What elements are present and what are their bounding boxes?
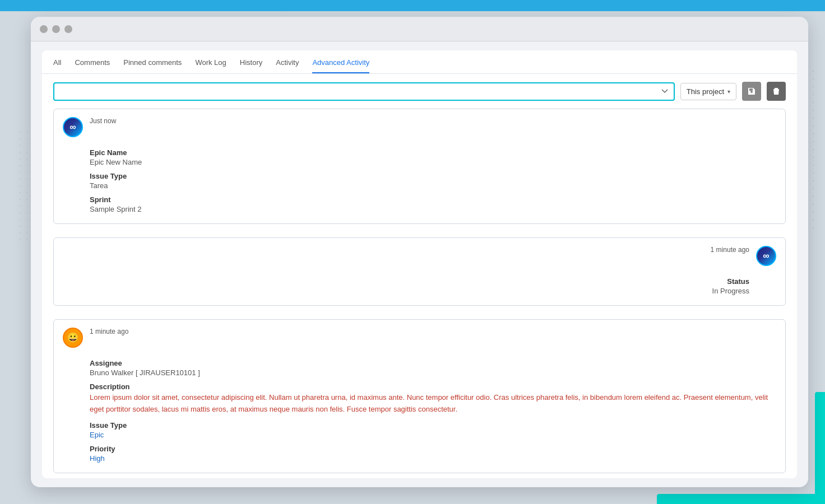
teal-accent-right	[815, 392, 825, 504]
field-label-assignee: Assignee	[90, 359, 776, 367]
activity-entry-1: ∞ Just now Epic Name Epic New Name Issue…	[53, 109, 786, 224]
blue-tab-shape	[109, 0, 289, 11]
field-label-priority: Priority	[90, 445, 776, 453]
traffic-light-close[interactable]	[40, 25, 48, 33]
traffic-light-minimize[interactable]	[52, 25, 60, 33]
field-label-status: Status	[63, 277, 749, 286]
entry-1-header: ∞ Just now	[54, 109, 785, 143]
avatar-1: ∞	[63, 117, 83, 137]
field-label-sprint: Sprint	[90, 195, 776, 204]
field-label-issue-type-3: Issue Type	[90, 421, 776, 430]
chevron-down-icon: ▾	[727, 88, 730, 95]
field-label-description: Description	[90, 382, 776, 391]
entry-3-time: 1 minute ago	[90, 328, 776, 335]
entry-2-time: 1 minute ago	[711, 246, 749, 254]
trash-icon	[772, 87, 780, 96]
entry-1-meta: Just now	[90, 117, 776, 126]
tab-all[interactable]: All	[53, 58, 61, 73]
field-value-assignee: Bruno Walker [ JIRAUSER10101 ]	[90, 368, 776, 377]
avatar-2-icon: ∞	[763, 251, 769, 261]
field-value-priority: High	[90, 454, 776, 463]
entry-1-time: Just now	[90, 117, 776, 125]
toolbar: This project ▾	[42, 74, 797, 109]
field-value-issue-type: Tarea	[90, 181, 776, 190]
entry-3-content: Assignee Bruno Walker [ JIRAUSER10101 ] …	[54, 359, 785, 473]
project-label: This project	[687, 87, 724, 96]
field-value-sprint: Sample Sprint 2	[90, 205, 776, 213]
content-area: All Comments Pinned comments Work Log Hi…	[42, 50, 797, 478]
blue-top-bar	[0, 0, 825, 11]
field-value-issue-type-3: Epic	[90, 431, 776, 439]
avatar-3-icon: 😀	[67, 332, 79, 344]
field-value-description: Lorem ipsum dolor sit amet, consectetur …	[90, 392, 776, 416]
tab-advanced-activity[interactable]: Advanced Activity	[312, 58, 369, 73]
tab-history[interactable]: History	[240, 58, 262, 73]
tab-pinned-comments[interactable]: Pinned comments	[123, 58, 182, 73]
main-window: All Comments Pinned comments Work Log Hi…	[31, 17, 808, 487]
delete-button[interactable]	[767, 82, 786, 101]
save-icon	[747, 87, 756, 96]
activity-entry-2: 1 minute ago ∞ Status In Progress	[53, 237, 786, 306]
field-label-issue-type: Issue Type	[90, 172, 776, 180]
filter-select[interactable]	[53, 82, 675, 101]
activity-entry-3: 😀 1 minute ago Assignee Bruno Walker [ J…	[53, 319, 786, 473]
avatar-3: 😀	[63, 328, 83, 348]
tab-comments[interactable]: Comments	[75, 58, 110, 73]
window-chrome	[31, 17, 808, 41]
entry-2-meta: 1 minute ago	[711, 246, 749, 255]
tab-activity[interactable]: Activity	[276, 58, 299, 73]
entry-3-meta: 1 minute ago	[90, 328, 776, 337]
save-button[interactable]	[742, 82, 761, 101]
entry-2-content: Status In Progress	[54, 277, 785, 305]
activity-list: ∞ Just now Epic Name Epic New Name Issue…	[42, 109, 797, 478]
entry-3-header: 😀 1 minute ago	[54, 320, 785, 353]
tab-bar: All Comments Pinned comments Work Log Hi…	[42, 50, 797, 74]
traffic-light-fullscreen[interactable]	[64, 25, 72, 33]
avatar-1-icon: ∞	[69, 122, 76, 132]
field-label-epic-name: Epic Name	[90, 148, 776, 157]
field-value-status: In Progress	[63, 287, 749, 295]
project-filter[interactable]: This project ▾	[680, 83, 736, 100]
entry-1-content: Epic Name Epic New Name Issue Type Tarea…	[54, 148, 785, 223]
entry-2-header: 1 minute ago ∞	[54, 238, 785, 272]
avatar-2: ∞	[756, 246, 776, 266]
teal-accent-bottom	[657, 494, 825, 504]
field-value-epic-name: Epic New Name	[90, 158, 776, 166]
tab-work-log[interactable]: Work Log	[195, 58, 226, 73]
